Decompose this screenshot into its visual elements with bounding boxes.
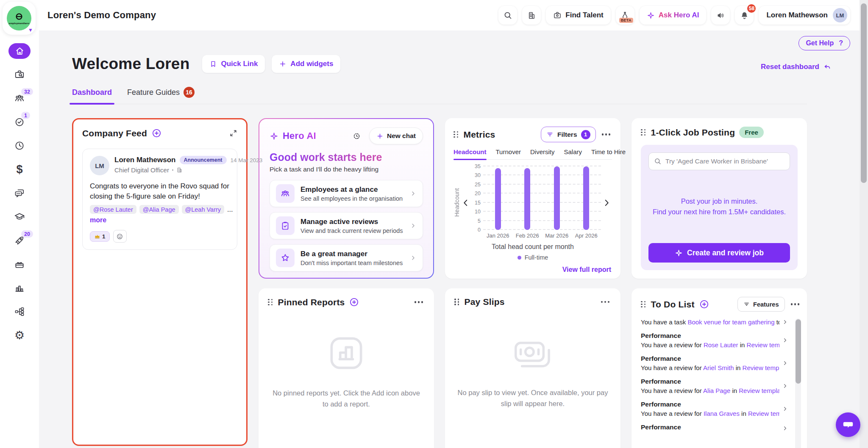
add-report-button[interactable] — [349, 297, 359, 307]
todo-item[interactable]: Performance You have a review for Ariel … — [641, 355, 788, 371]
kebab-menu-icon[interactable] — [413, 299, 425, 305]
more-link[interactable]: more — [90, 216, 230, 224]
sidebar-item-people[interactable]: 32 — [0, 86, 39, 110]
sidebar-item-messages[interactable] — [0, 181, 39, 205]
view-full-report-link[interactable]: View full report — [562, 266, 611, 274]
find-talent-button[interactable]: Find Talent — [546, 6, 610, 25]
drag-handle-icon[interactable] — [268, 299, 273, 306]
metrics-tab-diversity[interactable]: Diversity — [530, 148, 555, 159]
scrollbar-thumb[interactable] — [861, 3, 867, 183]
metrics-tabs: HeadcountTurnoverDiversitySalaryTime to … — [453, 148, 612, 160]
chat-launcher-button[interactable] — [836, 412, 860, 437]
undo-icon — [823, 63, 832, 71]
add-task-button[interactable] — [699, 299, 709, 310]
widget-title: Metrics — [464, 130, 495, 140]
sidebar-item-time[interactable] — [0, 134, 39, 158]
avatar: LM — [90, 156, 109, 175]
task-be-a-great-manager[interactable]: Be a great manager Don't miss important … — [270, 244, 423, 271]
sidebar-item-settings[interactable]: ⚙ — [0, 324, 39, 347]
feed-post[interactable]: LM Loren Mathewson Announcement 14 Mar 2… — [82, 149, 237, 250]
sidebar-item-payroll[interactable]: $ — [0, 158, 39, 181]
kebab-menu-icon[interactable] — [789, 301, 801, 307]
company-name[interactable]: Loren's Demo Company — [47, 10, 156, 21]
user-menu-button[interactable]: Loren Mathewson LM — [759, 6, 850, 25]
announcements-button[interactable] — [711, 6, 730, 25]
dashboard-content: Welcome Loren Quick Link Add widgets Das… — [72, 30, 807, 448]
tab-feature-guides[interactable]: Feature Guides 16 — [127, 87, 195, 104]
history-icon[interactable] — [353, 132, 361, 140]
todo-item[interactable]: Performance — [641, 423, 788, 433]
sidebar-item-reports[interactable] — [0, 276, 39, 300]
review-link[interactable]: Review templat... — [748, 410, 779, 417]
metrics-tab-headcount[interactable]: Headcount — [453, 148, 487, 159]
sidebar-item-onboarding[interactable]: 20 — [0, 229, 39, 252]
chevron-right-icon — [782, 360, 788, 366]
y-axis-label: Headcount — [453, 166, 460, 239]
chevron-right-icon — [410, 254, 417, 261]
drag-handle-icon[interactable] — [453, 131, 459, 138]
ask-hero-ai-button[interactable]: Ask Hero AI — [640, 6, 707, 25]
metrics-tab-salary[interactable]: Salary — [564, 148, 582, 159]
beta-labs-button[interactable]: BETA — [616, 6, 634, 25]
notifications-button[interactable]: 58 — [735, 6, 754, 25]
reaction-pill[interactable]: 1 — [90, 231, 110, 242]
chat-bubbles-icon — [14, 188, 25, 199]
features-filter-button[interactable]: Features — [737, 297, 785, 312]
mention-chip[interactable]: @Leah Varry — [182, 205, 225, 214]
drag-handle-icon[interactable] — [641, 301, 646, 308]
metrics-tab-time-to-hire[interactable]: Time to Hire — [591, 148, 626, 159]
search-button[interactable] — [498, 6, 517, 25]
person-link[interactable]: Alia Page — [703, 387, 730, 394]
chevron-right-icon — [782, 337, 788, 343]
mention-chip[interactable]: @Rose Lauter — [90, 205, 136, 214]
briefcase-search-icon — [14, 69, 25, 80]
sidebar-item-home[interactable] — [0, 39, 39, 63]
sparkle-icon — [270, 132, 278, 141]
quick-link-button[interactable]: Quick Link — [202, 55, 265, 73]
review-link[interactable]: Review template 1... — [743, 364, 779, 371]
chart-prev-button[interactable] — [460, 197, 471, 208]
org-logo-button[interactable]: employmenthero ▼ — [3, 2, 36, 35]
review-link[interactable]: Review template... — [747, 341, 779, 348]
company-switcher-button[interactable] — [522, 6, 541, 25]
kebab-menu-icon[interactable] — [599, 299, 612, 305]
todo-scrollbar[interactable] — [795, 318, 801, 448]
task-manage-active-reviews[interactable]: Manage active reviews View and track cur… — [270, 212, 423, 239]
tab-dashboard[interactable]: Dashboard — [72, 87, 112, 104]
sidebar-item-org-chart[interactable] — [0, 300, 39, 324]
review-link[interactable]: Review template 1 — [739, 387, 779, 394]
metrics-tab-turnover[interactable]: Turnover — [496, 148, 521, 159]
person-link[interactable]: Rose Lauter — [704, 341, 738, 348]
page-scrollbar[interactable] — [860, 0, 868, 448]
add-reaction-button[interactable] — [113, 230, 127, 243]
todo-item[interactable]: You have a task Book venue for team gath… — [641, 318, 788, 326]
dollar-icon: $ — [16, 164, 22, 175]
sparkle-icon — [675, 249, 683, 257]
person-link[interactable]: Ilana Graves — [704, 410, 740, 417]
task-employees-at-a-glance[interactable]: Employees at a glance See all employees … — [270, 180, 423, 207]
task-link[interactable]: Book venue for team gathering — [687, 318, 774, 326]
create-review-job-button[interactable]: Create and review job — [648, 243, 790, 263]
sidebar-item-learning[interactable] — [0, 205, 39, 229]
filters-button[interactable]: Filters 1 — [541, 127, 596, 142]
todo-list: You have a task Book venue for team gath… — [641, 318, 801, 433]
add-post-button[interactable] — [151, 128, 162, 138]
todo-item[interactable]: Performance You have a review for Ilana … — [641, 401, 788, 417]
sidebar-item-recruitment[interactable] — [0, 63, 39, 86]
post-author[interactable]: Loren Mathewson — [114, 156, 176, 164]
drag-handle-icon[interactable] — [454, 299, 459, 305]
job-search-input[interactable] — [665, 158, 785, 165]
mention-chip[interactable]: @Alia Page — [139, 205, 179, 214]
sidebar-item-benefits[interactable] — [0, 252, 39, 276]
todo-item[interactable]: Performance You have a review for Rose L… — [641, 332, 788, 348]
chart-next-button[interactable] — [601, 197, 612, 208]
add-widgets-button[interactable]: Add widgets — [272, 55, 340, 73]
sidebar-item-approvals[interactable]: 1 — [0, 110, 39, 134]
new-chat-button[interactable]: New chat — [369, 127, 423, 144]
person-link[interactable]: Ariel Smith — [703, 364, 734, 371]
drag-handle-icon[interactable] — [641, 129, 646, 136]
clipboard-check-icon — [276, 216, 295, 235]
todo-item[interactable]: Performance You have a review for Alia P… — [641, 378, 788, 394]
kebab-menu-icon[interactable] — [600, 132, 612, 137]
expand-icon[interactable] — [229, 129, 237, 137]
